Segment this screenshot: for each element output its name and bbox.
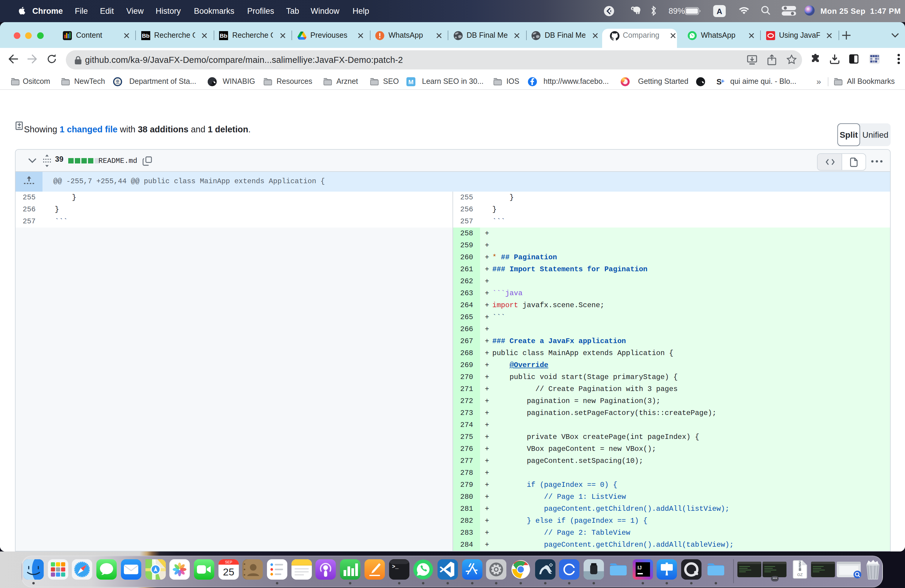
svg-text:IJ: IJ [637,565,641,571]
svg-text:25: 25 [223,566,234,577]
svg-text:S: S [716,77,722,86]
svg-text:M: M [408,78,414,85]
svg-text:SEP: SEP [225,560,232,564]
svg-text:Bb: Bb [141,33,149,39]
svg-text:A: A [717,7,722,16]
svg-text:>_: >_ [392,564,399,570]
svg-text:Bb: Bb [220,33,227,39]
svg-text:GZ: GZ [797,572,803,577]
